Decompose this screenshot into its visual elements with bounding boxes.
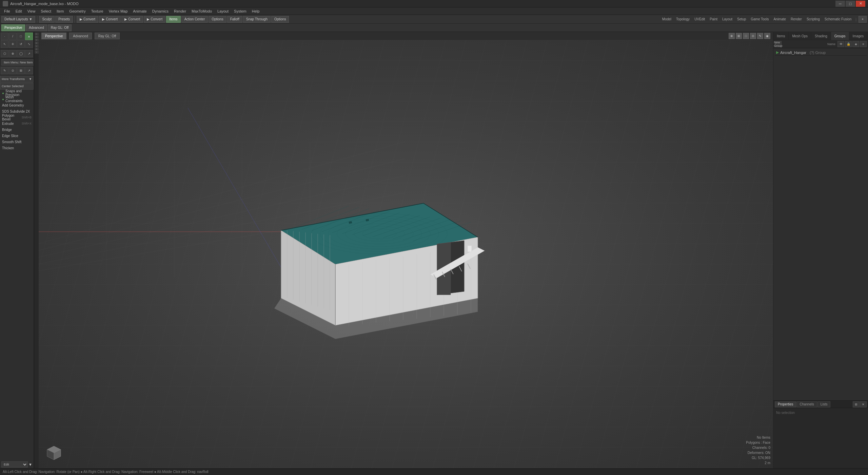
channels-tab[interactable]: Channels <box>797 401 817 407</box>
options-button-1[interactable]: Options <box>209 16 226 23</box>
menu-animate[interactable]: Animate <box>130 8 149 14</box>
polygon-bevel-item[interactable]: Polygon Bevel Shift+B <box>0 114 34 120</box>
paint-btn[interactable]: ⬡ <box>1 50 8 57</box>
right-bottom-panel: Properties Channels Lists ⊞ ✕ No selecti… <box>773 400 868 468</box>
smear-btn[interactable]: ⊕ <box>9 50 17 57</box>
center-selected-btn[interactable]: Center Selected <box>0 83 34 90</box>
ray-gl-tab[interactable]: Ray GL: Off <box>48 24 72 31</box>
ray-gl-tab[interactable]: Ray GL: Off <box>95 33 120 39</box>
vp-icon-5[interactable]: ✎ <box>757 33 763 39</box>
falloff-button[interactable]: Falloff <box>227 16 242 23</box>
rotate-btn[interactable]: ↺ <box>17 40 25 48</box>
scene-3d[interactable]: No Items Polygons : Face Channels: 0 Def… <box>39 40 773 468</box>
add-mode-button[interactable]: + <box>859 16 867 23</box>
maximize-button[interactable]: □ <box>846 1 855 7</box>
add-geometry-item[interactable]: Add Geometry <box>0 102 34 108</box>
convert-button-3[interactable]: ▶ Convert <box>121 16 143 23</box>
vp-icon-2[interactable]: ⊞ <box>736 33 742 39</box>
strip-marker-5[interactable]: V <box>35 45 39 48</box>
rt-extra-btn[interactable]: ≡ <box>860 41 867 47</box>
rb-close-btn[interactable]: ✕ <box>860 401 867 407</box>
menu-system[interactable]: System <box>231 8 249 14</box>
flatten-btn[interactable]: ↗ <box>25 50 33 57</box>
vp-icon-6[interactable]: ◉ <box>764 33 770 39</box>
group-item-aircraft-hangar[interactable]: ▶ Aircraft_Hangar (?) Group <box>775 50 867 56</box>
move-btn[interactable]: ✛ <box>9 40 17 48</box>
knife-btn[interactable]: ↗ <box>25 67 33 74</box>
tab-shading[interactable]: Shading <box>811 32 831 40</box>
rt-render-btn[interactable]: ◈ <box>852 41 859 47</box>
menu-view[interactable]: View <box>25 8 38 14</box>
strip-marker-4[interactable]: N <box>35 42 39 44</box>
edit-dropdown[interactable]: Edit <box>1 461 28 468</box>
advanced-tab[interactable]: Advanced <box>26 24 47 31</box>
hangar-svg <box>247 169 512 339</box>
menu-file[interactable]: File <box>1 8 13 14</box>
close-button[interactable]: ✕ <box>856 1 865 7</box>
poly-mode-btn[interactable]: □ <box>17 33 25 40</box>
vertex-mode-btn[interactable]: · <box>1 33 8 40</box>
smooth-btn[interactable]: ◯ <box>17 50 25 57</box>
options-button-2[interactable]: Options <box>271 16 289 23</box>
rt-eye-btn[interactable]: 👁 <box>837 41 844 47</box>
menu-vertex-map[interactable]: Vertex Map <box>106 8 131 14</box>
item-mode-btn[interactable]: ▲ <box>25 33 33 40</box>
convert-button-2[interactable]: ▶ Convert <box>99 16 121 23</box>
convert-button-4[interactable]: ▶ Convert <box>144 16 165 23</box>
snap-through-button[interactable]: Snap Through <box>243 16 271 23</box>
menu-geometry[interactable]: Geometry <box>66 8 88 14</box>
menu-item[interactable]: Item <box>54 8 66 14</box>
scale-btn[interactable]: ⤡ <box>25 40 33 48</box>
tab-mesh-ops[interactable]: Mesh Ops <box>789 32 811 40</box>
rb-expand-btn[interactable]: ⊞ <box>853 401 860 407</box>
presets-button[interactable]: Presets <box>55 16 73 23</box>
bridge-item[interactable]: Bridge <box>0 127 34 133</box>
vp-icon-1[interactable]: ⊕ <box>729 33 735 39</box>
viewport-3d[interactable]: Perspective Advanced Ray GL: Off ⊕ ⊞ □ ⊙… <box>39 32 773 468</box>
tab-groups[interactable]: Groups <box>831 32 849 40</box>
layout-selector[interactable]: Default Layouts ▼ <box>1 16 35 23</box>
brush-btn[interactable]: ⊞ <box>17 67 25 74</box>
magnet-btn[interactable]: ⊙ <box>9 67 17 74</box>
pen-btn[interactable]: ✎ <box>1 67 8 74</box>
menu-layout[interactable]: Layout <box>215 8 231 14</box>
action-center-button[interactable]: Action Center <box>181 16 208 23</box>
rt-lock-btn[interactable]: 🔒 <box>845 41 852 47</box>
menu-texture[interactable]: Texture <box>88 8 106 14</box>
edge-slice-item[interactable]: Edge Slice <box>0 133 34 139</box>
strip-marker-6[interactable]: A <box>35 48 39 51</box>
select-btn[interactable]: ↖ <box>1 40 8 48</box>
tab-images[interactable]: Images <box>849 32 868 40</box>
more-transforms-btn[interactable]: More Transforms ▼ <box>0 76 34 82</box>
menu-select[interactable]: Select <box>38 8 54 14</box>
vp-icon-3[interactable]: □ <box>743 33 749 39</box>
strip-marker-2[interactable]: H <box>35 36 39 38</box>
advanced-tab[interactable]: Advanced <box>69 33 92 39</box>
convert-button-1[interactable]: ▶ Convert <box>77 16 98 23</box>
menu-maxtomodo[interactable]: MaxToModo <box>189 8 215 14</box>
tab-items[interactable]: Items <box>773 32 789 40</box>
viewport-cube-gizmo[interactable] <box>45 444 62 461</box>
items-button[interactable]: Items <box>166 16 180 23</box>
extrude-item[interactable]: Extrude Shift+X <box>0 120 34 127</box>
mesh-constraints-item[interactable]: ● Mesh Constraints <box>0 96 34 102</box>
strip-marker-3[interactable]: Y <box>35 39 39 41</box>
edge-mode-btn[interactable]: / <box>9 33 17 40</box>
perspective-tab[interactable]: Perspective <box>1 24 25 31</box>
sculpt-button[interactable]: Sculpt <box>39 16 55 23</box>
thicken-item[interactable]: Thicken <box>0 145 34 151</box>
menu-help[interactable]: Help <box>249 8 262 14</box>
rt-btn-new-group[interactable]: New Group <box>775 41 782 47</box>
strip-marker-7[interactable]: Y <box>35 51 39 54</box>
menu-dynamics[interactable]: Dynamics <box>150 8 171 14</box>
smooth-shift-item[interactable]: Smooth Shift <box>0 139 34 145</box>
menu-edit[interactable]: Edit <box>13 8 25 14</box>
properties-tab[interactable]: Properties <box>775 401 796 407</box>
minimize-button[interactable]: ─ <box>835 1 845 7</box>
vp-icon-4[interactable]: ⊙ <box>750 33 756 39</box>
perspective-tab[interactable]: Perspective <box>41 33 66 39</box>
item-menu-dropdown[interactable]: Item Menu: New Item <box>1 59 34 65</box>
menu-render[interactable]: Render <box>171 8 189 14</box>
strip-marker-1[interactable]: C <box>35 33 39 35</box>
lists-tab[interactable]: Lists <box>817 401 831 407</box>
